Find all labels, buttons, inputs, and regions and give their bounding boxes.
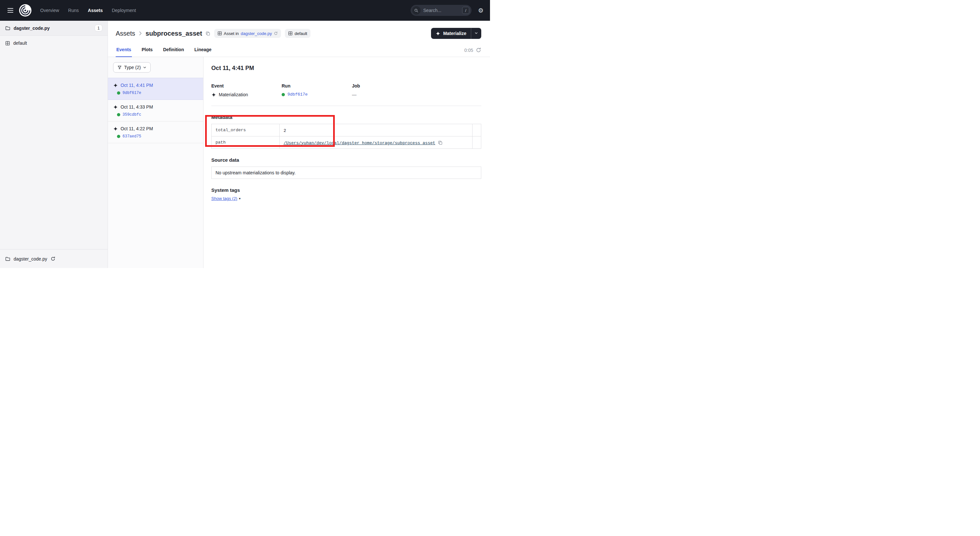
top-navbar: Overview Runs Assets Deployment / ⚙ [0,0,490,21]
content-area: Type (2) Oct 11, 4:41 PM [108,57,490,268]
sidebar-item-default-group[interactable]: default [0,36,108,51]
reload-icon[interactable] [51,256,56,261]
tab-plots[interactable]: Plots [141,47,153,57]
sidebar-footer-label: dagster_code.py [14,256,47,261]
job-column: Job — [352,83,481,97]
gear-icon[interactable]: ⚙ [478,8,484,14]
metadata-table: total_orders 2 path /Users/yuhan/dev/loc… [211,124,481,149]
tab-lineage[interactable]: Lineage [194,47,212,57]
table-icon [218,31,222,36]
repo-grid-icon [288,31,293,36]
run-status-dot [282,93,285,96]
job-value: — [352,92,481,97]
code-location-link[interactable]: dagster_code.py [241,31,272,36]
header-left: Assets subprocess_asset Asset in dagster… [116,29,310,38]
run-link[interactable]: 9dbf617e [123,91,141,95]
navbar-left: Overview Runs Assets Deployment [5,4,136,17]
event-list-panel: Type (2) Oct 11, 4:41 PM [108,57,204,268]
search-box[interactable]: / [410,5,471,16]
dagster-logo-icon[interactable] [19,4,32,17]
repo-grid-icon [5,41,10,46]
breadcrumb: Assets subprocess_asset [116,30,210,37]
tabs: Events Plots Definition Lineage [116,47,212,57]
nav-overview[interactable]: Overview [40,8,59,13]
event-detail-title: Oct 11, 4:41 PM [211,65,481,72]
search-shortcut-key: / [462,7,469,14]
breadcrumb-assets-link[interactable]: Assets [116,30,135,37]
sidebar-footer-code-location[interactable]: dagster_code.py [0,249,108,268]
show-tags-label: Show tags (2) [211,196,237,201]
event-timestamp: Oct 11, 4:22 PM [121,126,153,131]
reload-icon[interactable] [274,32,278,35]
event-list-item[interactable]: Oct 11, 4:41 PM 9dbf617e [108,78,203,100]
nav-deployment[interactable]: Deployment [112,8,136,13]
folder-icon [5,25,10,31]
sidebar-item-label: dagster_code.py [14,25,49,31]
metadata-row-end-cell [473,124,481,137]
tab-definition[interactable]: Definition [162,47,185,57]
search-icon [412,6,421,14]
sidebar-item-label: default [13,40,27,46]
storage-path-link[interactable]: /Users/yuhan/dev/local/dagster_home/stor… [283,141,435,145]
metadata-row-end-cell [473,137,481,149]
tabs-row: Events Plots Definition Lineage 0:05 [108,41,490,57]
run-status-dot [117,113,120,116]
chevron-down-icon [474,31,478,36]
event-type-value: Materialization [219,92,248,97]
run-column: Run 9dbf617e [282,83,352,97]
materialize-button[interactable]: Materialize [431,28,471,39]
refresh-timer: 0:05 [465,48,473,53]
nav-assets[interactable]: Assets [88,8,103,13]
tab-events[interactable]: Events [116,47,132,57]
chevron-down-icon [143,66,146,69]
materialization-icon [113,126,118,131]
filter-label: Type (2) [124,65,141,70]
copy-icon[interactable] [205,31,210,36]
page-title: subprocess_asset [145,30,202,37]
caret-down-icon: ▾ [239,197,240,200]
run-status-dot [117,91,120,95]
event-summary-grid: Event Materialization Run 9dbf617e [211,83,481,97]
metadata-row: total_orders 2 [212,124,481,137]
materialization-icon [211,92,216,97]
source-data-empty-state: No upstream materializations to display. [211,167,481,179]
system-tags-heading: System tags [211,187,481,193]
materialize-button-group: Materialize [431,28,481,39]
search-input[interactable] [423,8,460,13]
repo-pill: default [285,29,310,38]
job-label: Job [352,83,481,89]
folder-icon [5,256,10,261]
event-detail-panel: Oct 11, 4:41 PM Event Materialization Ru… [204,57,490,268]
sidebar: dagster_code.py 1 default dagster_code.p… [0,21,108,268]
section-divider [211,106,481,106]
hamburger-menu-icon[interactable] [5,5,16,16]
metadata-key: path [212,137,280,149]
main-panel: Assets subprocess_asset Asset in dagster… [108,21,490,268]
page-header: Assets subprocess_asset Asset in dagster… [108,21,490,41]
chevron-right-icon [137,30,143,36]
nav-runs[interactable]: Runs [68,8,79,13]
materialize-dropdown-button[interactable] [471,28,481,39]
run-status-dot [117,135,120,138]
run-link[interactable]: 9dbf617e [288,92,307,97]
materialization-icon [113,105,118,110]
run-link[interactable]: 637aed75 [123,134,141,139]
event-list-item[interactable]: Oct 11, 4:33 PM 359cdbfc [108,100,203,121]
event-label: Event [211,83,282,89]
primary-nav: Overview Runs Assets Deployment [40,8,136,13]
metadata-heading: Metadata [211,115,481,120]
metadata-row: path /Users/yuhan/dev/local/dagster_home… [212,137,481,149]
copy-icon[interactable] [438,140,443,145]
metadata-key: total_orders [212,124,280,137]
empty-message: No upstream materializations to display. [215,170,296,175]
run-label: Run [282,83,352,89]
event-list-item[interactable]: Oct 11, 4:22 PM 637aed75 [108,121,203,143]
sidebar-item-code-location[interactable]: dagster_code.py 1 [0,21,108,36]
metadata-value: 2 [283,128,286,133]
refresh-icon[interactable] [476,47,481,53]
event-timestamp: Oct 11, 4:33 PM [121,104,153,110]
run-link[interactable]: 359cdbfc [123,113,141,117]
sparkle-icon [436,31,441,36]
type-filter-button[interactable]: Type (2) [113,62,151,73]
show-tags-toggle[interactable]: Show tags (2) ▾ [211,196,240,201]
